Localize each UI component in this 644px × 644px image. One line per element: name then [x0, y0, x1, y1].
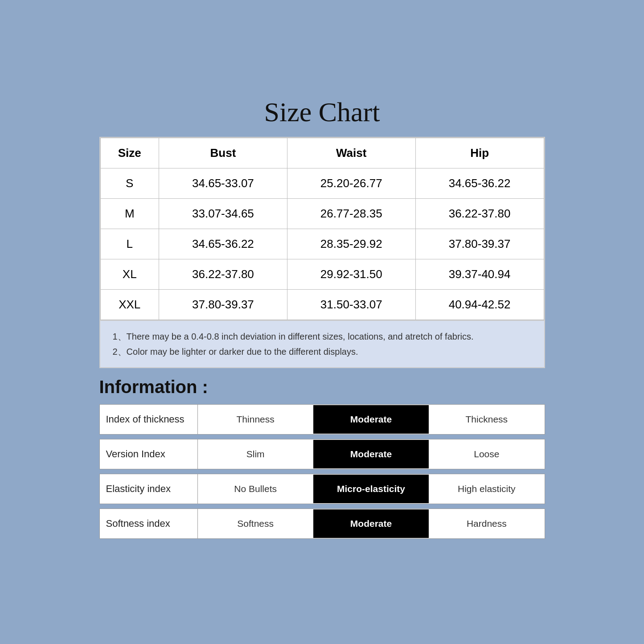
- cell-size: XXL: [100, 290, 159, 320]
- info-row-label: Version Index: [100, 439, 198, 469]
- info-scale: ThinnessModerateThickness: [198, 405, 545, 434]
- note-2: 2、Color may be lighter or darker due to …: [113, 344, 532, 359]
- info-scale: No BulletsMicro-elasticityHigh elasticit…: [198, 475, 545, 503]
- scale-right: High elasticity: [429, 475, 544, 503]
- table-row: S34.65-33.0725.20-26.7734.65-36.22: [100, 168, 544, 199]
- scale-active: Moderate: [313, 405, 429, 434]
- table-row: M33.07-34.6526.77-28.3536.22-37.80: [100, 199, 544, 229]
- info-row: Elasticity indexNo BulletsMicro-elastici…: [99, 474, 545, 504]
- header-waist: Waist: [287, 138, 415, 168]
- cell-bust: 34.65-33.07: [159, 168, 287, 199]
- scale-right: Loose: [429, 440, 544, 468]
- info-row: Softness indexSoftnessModerateHardness: [99, 509, 545, 539]
- table-header-row: Size Bust Waist Hip: [100, 138, 544, 168]
- cell-size: S: [100, 168, 159, 199]
- header-size: Size: [100, 138, 159, 168]
- scale-right: Hardness: [429, 509, 544, 538]
- size-chart-wrapper: Size Bust Waist Hip S34.65-33.0725.20-26…: [99, 137, 545, 321]
- cell-waist: 29.92-31.50: [287, 259, 415, 290]
- table-row: XXL37.80-39.3731.50-33.0740.94-42.52: [100, 290, 544, 320]
- cell-bust: 33.07-34.65: [159, 199, 287, 229]
- table-row: XL36.22-37.8029.92-31.5039.37-40.94: [100, 259, 544, 290]
- info-row-label: Elasticity index: [100, 474, 198, 504]
- cell-size: L: [100, 229, 159, 259]
- information-section: Information : Index of thicknessThinness…: [99, 377, 545, 539]
- cell-size: M: [100, 199, 159, 229]
- cell-waist: 25.20-26.77: [287, 168, 415, 199]
- cell-waist: 28.35-29.92: [287, 229, 415, 259]
- page-title: Size Chart: [99, 96, 545, 128]
- info-scale: SlimModerateLoose: [198, 440, 545, 468]
- cell-waist: 31.50-33.07: [287, 290, 415, 320]
- cell-hip: 39.37-40.94: [415, 259, 544, 290]
- cell-hip: 37.80-39.37: [415, 229, 544, 259]
- scale-left: No Bullets: [198, 475, 313, 503]
- header-bust: Bust: [159, 138, 287, 168]
- information-title: Information :: [99, 377, 545, 397]
- cell-bust: 36.22-37.80: [159, 259, 287, 290]
- scale-left: Softness: [198, 509, 313, 538]
- note-1: 1、There may be a 0.4-0.8 inch deviation …: [113, 329, 532, 344]
- scale-active: Micro-elasticity: [313, 475, 429, 503]
- info-rows-container: Index of thicknessThinnessModerateThickn…: [99, 404, 545, 539]
- info-row: Version IndexSlimModerateLoose: [99, 439, 545, 469]
- cell-waist: 26.77-28.35: [287, 199, 415, 229]
- cell-hip: 36.22-37.80: [415, 199, 544, 229]
- header-hip: Hip: [415, 138, 544, 168]
- cell-hip: 40.94-42.52: [415, 290, 544, 320]
- info-row: Index of thicknessThinnessModerateThickn…: [99, 404, 545, 435]
- info-row-label: Softness index: [100, 509, 198, 538]
- scale-left: Thinness: [198, 405, 313, 434]
- info-scale: SoftnessModerateHardness: [198, 509, 545, 538]
- scale-active: Moderate: [313, 440, 429, 468]
- scale-left: Slim: [198, 440, 313, 468]
- cell-bust: 37.80-39.37: [159, 290, 287, 320]
- size-table: Size Bust Waist Hip S34.65-33.0725.20-26…: [100, 138, 544, 320]
- cell-hip: 34.65-36.22: [415, 168, 544, 199]
- cell-bust: 34.65-36.22: [159, 229, 287, 259]
- main-container: Size Chart Size Bust Waist Hip S34.65-33…: [82, 83, 563, 561]
- info-row-label: Index of thickness: [100, 405, 198, 434]
- table-row: L34.65-36.2228.35-29.9237.80-39.37: [100, 229, 544, 259]
- scale-active: Moderate: [313, 509, 429, 538]
- cell-size: XL: [100, 259, 159, 290]
- notes-section: 1、There may be a 0.4-0.8 inch deviation …: [99, 321, 545, 368]
- scale-right: Thickness: [429, 405, 544, 434]
